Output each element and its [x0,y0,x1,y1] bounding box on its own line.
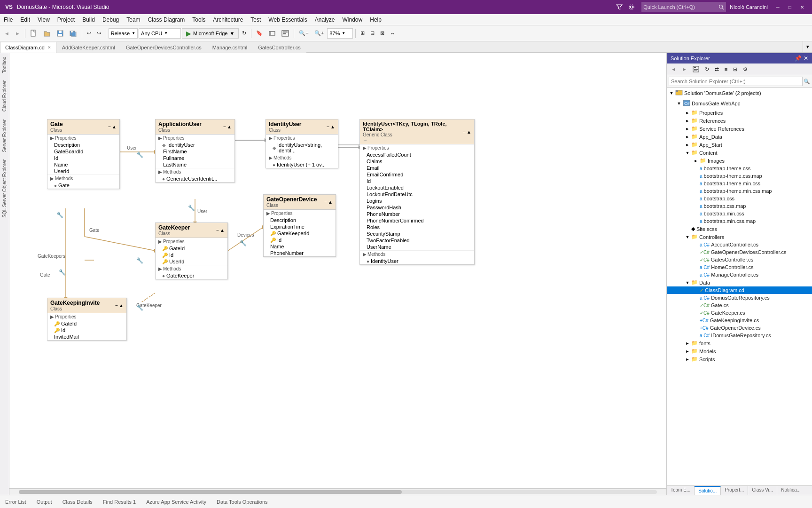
tree-fonts[interactable]: ► 📁 fonts [667,339,812,347]
refresh-button[interactable]: ↻ [240,28,249,39]
menu-tools[interactable]: Tools [188,14,209,25]
tree-bootstrap-mincss[interactable]: a bootstrap.min.css [667,210,812,217]
class-invite-minimize[interactable]: − [115,303,118,308]
se-refresh-btn[interactable]: ↻ [703,64,711,74]
tree-accountcontroller[interactable]: a C# AccountController.cs [667,241,812,248]
menu-analyze[interactable]: Analyze [311,14,339,25]
tree-site-scss[interactable]: ◆ Site.scss [667,225,812,233]
bookmark-button[interactable]: 🔖 [254,28,265,39]
bottom-tab-errorlist[interactable]: Error List [0,496,31,508]
tab-properties[interactable]: Propert... [721,486,748,495]
filter-icon[interactable] [613,0,625,14]
menu-debug[interactable]: Debug [99,14,123,25]
class-invite-expand[interactable]: ▲ [119,303,124,308]
build-dropdown[interactable]: Release ▼ [109,28,138,39]
tb-icon2[interactable] [279,28,291,39]
class-gatekeeper-expand[interactable]: ▲ [220,228,225,233]
tab-dropdown-arrow[interactable]: ▾ [803,41,812,53]
se-properties-btn[interactable] [690,64,702,74]
tree-bootstrap-css[interactable]: a bootstrap.css [667,195,812,202]
tree-bootstrap-theme-mincss[interactable]: a bootstrap-theme.min.css [667,180,812,187]
tb-more1[interactable]: ⊞ [358,28,367,39]
class-identityuser[interactable]: IdentityUser Class − ▲ ▶Properties ◆ Ide… [265,119,338,168]
menu-project[interactable]: Project [54,14,78,25]
bottom-tab-azure[interactable]: Azure App Service Activity [141,496,211,508]
run-button[interactable]: ▶ Microsoft Edge ▼ [182,28,239,39]
tab-close-classdiagram[interactable]: ✕ [47,45,51,50]
tree-service-references[interactable]: ► 📁 Service References [667,125,812,133]
new-file-button[interactable] [28,28,40,39]
forward-button[interactable]: ► [13,28,23,39]
class-gatekeeper[interactable]: GateKeeper Class − ▲ ▶Properties 🔑GateId [155,222,228,279]
menu-help[interactable]: Help [366,14,385,25]
se-back-btn[interactable]: ◄ [669,64,679,74]
tree-gateopenerdevice-cs[interactable]: +C# GateOpenerDevice.cs [667,324,812,332]
tab-team[interactable]: Team E... [667,486,695,495]
menu-window[interactable]: Window [339,14,367,25]
server-explorer-label[interactable]: Server Explorer [1,116,8,156]
class-identityuser-expand[interactable]: ▲ [330,124,335,129]
se-search-input[interactable] [669,77,803,86]
back-button[interactable]: ◄ [2,28,12,39]
tree-controllers[interactable]: ▼ 📁 Controllers [667,233,812,241]
se-close-button[interactable]: ✕ [804,55,808,62]
tree-references[interactable]: ► 📁 References [667,117,812,125]
settings-icon[interactable] [625,0,638,14]
se-forward-btn[interactable]: ► [679,64,689,74]
class-identityuser-minimize[interactable]: − [327,124,329,129]
redo-button[interactable]: ↪ [94,28,103,39]
menu-classdiagram[interactable]: Class Diagram [144,14,189,25]
menu-test[interactable]: Test [247,14,265,25]
diagram-canvas[interactable]: User Gate Gat [9,53,666,495]
class-gateopener-expand[interactable]: ▲ [328,199,333,205]
se-collapse-btn[interactable]: ⊟ [731,64,740,74]
menu-webessentials[interactable]: Web Essentials [265,14,311,25]
tab-addgatekeeper[interactable]: AddGateKeeper.cshtml [57,42,120,53]
class-itkey-expand[interactable]: ▲ [467,129,471,135]
tree-bootstrap-theme-cssmap[interactable]: a bootstrap-theme.css.map [667,172,812,180]
se-filter-btn[interactable]: ≡ [722,64,730,74]
zoom-in-button[interactable]: 🔍+ [312,28,326,39]
tree-models[interactable]: ► 📁 Models [667,347,812,355]
tree-classdiagram[interactable]: ✓ ClassDiagram.cd [667,286,812,294]
class-gateopener-minimize[interactable]: − [324,199,327,205]
search-box[interactable]: Quick Launch (Ctrl+Q) [641,2,726,12]
tree-gatescontroller[interactable]: ✓C# GatesController.cs [667,256,812,263]
tree-gateopenercontroller[interactable]: ✓C# GateOpenerDevicesController.cs [667,248,812,256]
cloud-explorer-label[interactable]: Cloud Explorer [1,77,8,115]
tab-solution[interactable]: Solutio... [695,486,721,495]
bottom-tab-datatools[interactable]: Data Tools Operations [211,496,273,508]
platform-dropdown[interactable]: Any CPU ▼ [139,28,181,39]
se-settings-btn[interactable]: ⚙ [741,64,750,74]
bottom-tab-findresults[interactable]: Find Results 1 [98,496,141,508]
class-gate[interactable]: Gate Class − ▲ ▶Properties Description G… [47,119,120,189]
tb-more4[interactable]: ↔ [388,28,398,39]
tree-properties[interactable]: ► 📁 Properties [667,109,812,117]
tab-notifications[interactable]: Notifica... [777,486,804,495]
class-gatekeeper-minimize[interactable]: − [216,228,219,233]
open-button[interactable] [41,28,53,39]
class-gate-expand[interactable]: ▲ [112,124,117,129]
toolbox-label[interactable]: Toolbox [1,53,8,77]
tree-managecontroller[interactable]: a C# ManageController.cs [667,271,812,278]
class-gateopener[interactable]: GateOpenerDevice Class − ▲ ▶Properties D… [263,194,336,257]
tab-gatescontroller[interactable]: GatesController.cs [253,42,305,53]
tb-more2[interactable]: ⊟ [368,28,377,39]
minimize-button[interactable]: ─ [772,0,784,14]
class-identityusertkey[interactable]: IdentityUser<TKey, TLogin, TRole, TClaim… [359,119,475,265]
tree-bootstrap-mincssmap[interactable]: a bootstrap.min.css.map [667,217,812,225]
bottom-tab-classdetails[interactable]: Class Details [57,496,98,508]
tab-classview[interactable]: Class Vi... [748,486,777,495]
class-appuser-minimize[interactable]: − [223,124,226,129]
undo-button[interactable]: ↩ [85,28,94,39]
class-appuser[interactable]: ApplicationUser Class − ▲ ▶Properties ◆I… [155,119,235,183]
se-pin-button[interactable]: 📌 [795,55,802,62]
tab-manage[interactable]: Manage.cshtml [207,42,253,53]
tree-images[interactable]: ► 📁 Images [667,157,812,165]
class-appuser-expand[interactable]: ▲ [227,124,232,129]
tab-classdiagram[interactable]: ClassDiagram.cd ✕ [0,42,56,53]
diagram-hscrollbar[interactable] [9,488,666,495]
tree-gatekeepinginvite-cs[interactable]: +C# GateKeepingInvite.cs [667,317,812,324]
menu-edit[interactable]: Edit [16,14,34,25]
tree-gate-cs[interactable]: ✓C# Gate.cs [667,302,812,309]
